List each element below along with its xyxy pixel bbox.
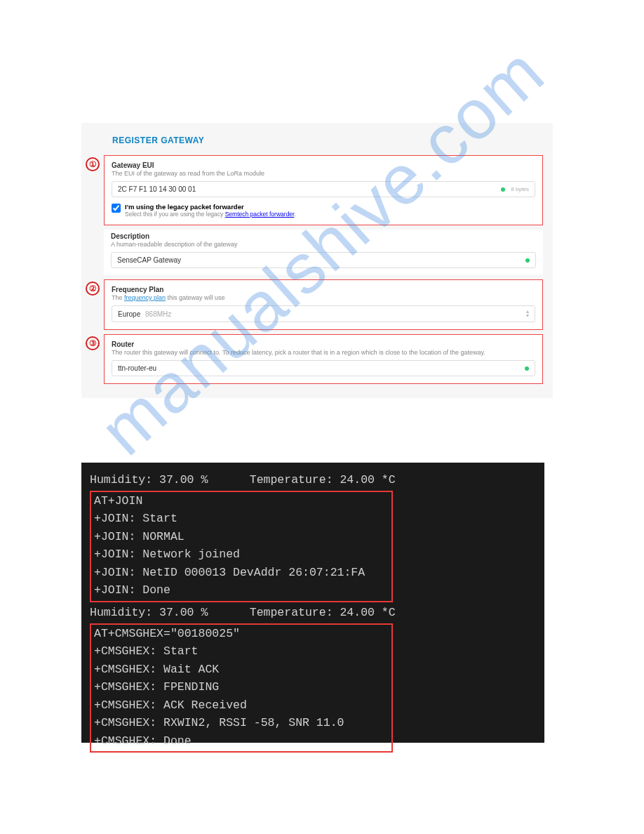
legacy-checkbox[interactable] — [112, 204, 121, 213]
register-gateway-form: REGISTER GATEWAY ① Gateway EUI The EUI o… — [81, 123, 553, 398]
sensor-line-1: Humidity: 37.00 % Temperature: 24.00 *C — [90, 471, 536, 489]
sensor-line-2: Humidity: 37.00 % Temperature: 24.00 *C — [90, 604, 536, 622]
terminal-output: Humidity: 37.00 % Temperature: 24.00 *C … — [81, 463, 544, 743]
bytes-tag: 8 bytes — [511, 186, 529, 192]
term-line: +CMSGHEX: Done — [94, 732, 389, 750]
section-description: Description A human-readable description… — [104, 230, 543, 275]
legacy-sub: Select this if you are using the legacy … — [125, 211, 296, 218]
router-label: Router — [112, 340, 535, 348]
term-line: +CMSGHEX: FPENDING — [94, 678, 389, 696]
term-line: AT+JOIN — [94, 492, 389, 510]
check-icon — [525, 258, 530, 263]
desc-value: SenseCAP Gateway — [117, 256, 181, 264]
semtech-link[interactable]: Semtech packet forwarder — [225, 211, 295, 218]
term-line: +JOIN: Done — [94, 581, 389, 600]
check-icon — [525, 366, 529, 371]
eui-label: Gateway EUI — [112, 161, 535, 169]
cmsghex-block: AT+CMSGHEX="00180025" +CMSGHEX: Start +C… — [90, 623, 393, 753]
term-line: +CMSGHEX: RXWIN2, RSSI -58, SNR 11.0 — [94, 714, 389, 732]
term-line: +CMSGHEX: ACK Received — [94, 696, 389, 715]
chevron-updown-icon: ▴▾ — [526, 310, 529, 318]
freq-label: Frequency Plan — [112, 286, 535, 293]
term-line: +CMSGHEX: Wait ACK — [94, 661, 389, 679]
page: manualshive.com REGISTER GATEWAY ① Gatew… — [0, 0, 644, 834]
eui-sub: The EUI of the gateway as read from the … — [112, 170, 535, 177]
term-line: +JOIN: NetID 000013 DevAddr 26:07:21:FA — [94, 564, 389, 582]
form-title: REGISTER GATEWAY — [81, 131, 553, 152]
desc-sub: A human-readable description of the gate… — [111, 241, 536, 248]
term-line: AT+CMSGHEX="00180025" — [94, 625, 389, 643]
term-line: +CMSGHEX: Start — [94, 642, 389, 661]
section-frequency-plan: ② Frequency Plan The frequency plan this… — [104, 279, 543, 330]
router-sub: The router this gateway will connect to.… — [112, 349, 535, 356]
term-line: +JOIN: NORMAL — [94, 528, 389, 546]
join-block: AT+JOIN +JOIN: Start +JOIN: NORMAL +JOIN… — [90, 491, 393, 602]
marker-1: ① — [86, 157, 100, 171]
freq-value: Europe — [118, 310, 140, 318]
eui-value: 2C F7 F1 10 14 30 00 01 — [118, 185, 196, 193]
section-gateway-eui: ① Gateway EUI The EUI of the gateway as … — [104, 155, 543, 225]
marker-2: ② — [86, 282, 100, 296]
router-input[interactable]: ttn-router-eu — [112, 360, 535, 376]
term-line: +JOIN: Start — [94, 510, 389, 528]
freq-sub: The frequency plan this gateway will use — [112, 294, 535, 301]
desc-input[interactable]: SenseCAP Gateway — [111, 252, 536, 268]
legacy-label: I'm using the legacy packet forwarder — [125, 203, 296, 211]
router-value: ttn-router-eu — [118, 364, 156, 372]
section-router: ③ Router The router this gateway will co… — [104, 334, 543, 384]
term-line: +JOIN: Network joined — [94, 545, 389, 564]
eui-input[interactable]: 2C F7 F1 10 14 30 00 01 8 bytes — [112, 181, 535, 197]
frequency-plan-link[interactable]: frequency plan — [124, 294, 166, 301]
freq-band: 868MHz — [145, 310, 171, 318]
desc-label: Description — [111, 232, 536, 240]
marker-3: ③ — [86, 336, 100, 350]
check-icon — [501, 187, 505, 192]
freq-select[interactable]: Europe 868MHz ▴▾ — [112, 305, 535, 322]
